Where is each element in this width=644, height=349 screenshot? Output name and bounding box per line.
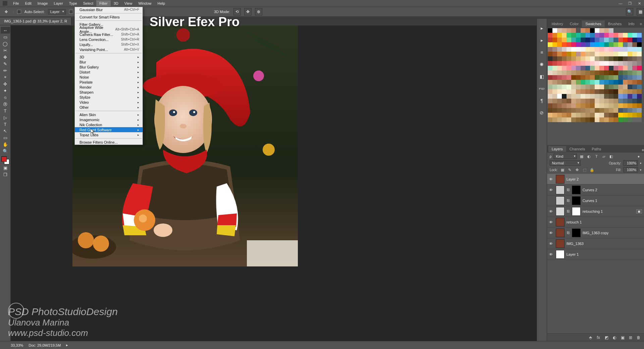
swatch-cell[interactable] [613,80,618,85]
swatch-cell[interactable] [562,99,567,103]
swatch-cell[interactable] [590,66,595,70]
swatch-cell[interactable] [581,113,585,117]
swatch-cell[interactable] [576,108,581,113]
swatch-cell[interactable] [613,85,618,89]
menu-filter[interactable]: Filter [96,0,110,6]
swatch-cell[interactable] [557,103,562,108]
swatch-cell[interactable] [590,94,595,99]
lock-nest-icon[interactable]: ⬚ [582,167,587,172]
swatch-cell[interactable] [552,89,557,94]
opacity-value[interactable]: 100% [623,160,638,166]
swatch-cell[interactable] [604,108,609,113]
layer-fx-icon[interactable]: fx [596,335,601,340]
swatch-cell[interactable] [552,117,557,122]
swatch-cell[interactable] [571,33,576,38]
swatch-cell[interactable] [609,33,613,38]
swatch-cell[interactable] [637,103,642,108]
swatch-cell[interactable] [576,33,581,38]
swatch-cell[interactable] [604,103,609,108]
swatch-cell[interactable] [599,80,604,85]
swatch-cell[interactable] [576,117,581,122]
swatch-cell[interactable] [585,89,590,94]
swatch-cell[interactable] [567,52,571,56]
swatch-cell[interactable] [585,66,590,70]
filter-item[interactable]: Adaptive Wide Angle...Alt+Shift+Ctrl+A [75,27,143,32]
swatch-cell[interactable] [599,42,604,47]
swatch-cell[interactable] [637,85,642,89]
layer-name[interactable]: retouch 1 [567,220,582,224]
swatch-cell[interactable] [585,108,590,113]
swatch-cell[interactable] [628,47,632,52]
swatch-cell[interactable] [637,47,642,52]
swatch-cell[interactable] [623,33,628,38]
lock-pixel-icon[interactable]: ✎ [567,167,573,172]
swatch-cell[interactable] [590,70,595,75]
filter-item[interactable]: Lens Correction...Shift+Ctrl+R [75,37,143,42]
layer-row[interactable]: 👁Layer 1 [547,249,644,260]
swatch-cell[interactable] [628,33,632,38]
delete-layer-icon[interactable]: 🗑 [636,335,641,340]
swatch-cell[interactable] [595,103,599,108]
swatch-cell[interactable] [552,70,557,75]
swatch-cell[interactable] [632,56,637,61]
styles-icon[interactable]: ◧ [538,73,545,80]
swatch-cell[interactable] [562,61,567,66]
swatch-cell[interactable] [623,66,628,70]
filter-plugin[interactable]: Alien Skin▸ [75,112,143,117]
swatch-cell[interactable] [637,66,642,70]
swatch-cell[interactable] [581,108,585,113]
swatch-cell[interactable] [548,117,552,122]
swatch-cell[interactable] [618,56,623,61]
swatch-cell[interactable] [628,61,632,66]
swatch-cell[interactable] [576,103,581,108]
swatch-cell[interactable] [604,94,609,99]
swatch-cell[interactable] [604,89,609,94]
swatch-cell[interactable] [585,56,590,61]
layer-filter-kind[interactable]: Kind [553,154,577,159]
swatch-cell[interactable] [548,85,552,89]
filter-submenu[interactable]: Pixelate▸ [75,80,143,85]
swatch-cell[interactable] [604,56,609,61]
swatch-cell[interactable] [590,103,595,108]
swatch-cell[interactable] [590,61,595,66]
swatch-cell[interactable] [599,94,604,99]
swatch-cell[interactable] [571,94,576,99]
swatch-cell[interactable] [628,89,632,94]
swatch-cell[interactable] [590,113,595,117]
swatch-cell[interactable] [632,103,637,108]
menu-file[interactable]: File [10,0,22,6]
swatch-cell[interactable] [628,108,632,113]
swatch-cell[interactable] [562,108,567,113]
swatch-cell[interactable] [562,38,567,42]
swatch-cell[interactable] [562,75,567,80]
swatch-cell[interactable] [628,103,632,108]
swatch-cell[interactable] [623,99,628,103]
swatch-cell[interactable] [576,80,581,85]
swatch-cell[interactable] [567,117,571,122]
layer-name[interactable]: Curves 2 [583,188,597,192]
swatch-cell[interactable] [548,47,552,52]
swatch-cell[interactable] [618,80,623,85]
swatch-cell[interactable] [599,103,604,108]
swatch-cell[interactable] [590,38,595,42]
swatch-cell[interactable] [618,75,623,80]
swatch-cell[interactable] [604,42,609,47]
layer-thumb[interactable] [556,239,565,248]
filter-type-icon[interactable]: T [594,154,599,159]
swatch-cell[interactable] [552,38,557,42]
swatch-cell[interactable] [599,56,604,61]
swatch-cell[interactable] [609,28,613,33]
swatch-cell[interactable] [590,75,595,80]
swatch-cell[interactable] [618,70,623,75]
swatch-cell[interactable] [628,75,632,80]
layer-thumb[interactable] [556,218,565,227]
swatch-cell[interactable] [609,103,613,108]
visibility-icon[interactable]: 👁 [548,177,554,181]
swatch-cell[interactable] [613,70,618,75]
brush-settings-icon[interactable]: ⊘ [538,109,545,116]
layer-mask-thumb[interactable] [572,186,581,194]
swatch-cell[interactable] [548,75,552,80]
tool-gradient[interactable]: ⦿ [1,101,10,107]
swatch-cell[interactable] [613,47,618,52]
swatch-cell[interactable] [581,47,585,52]
